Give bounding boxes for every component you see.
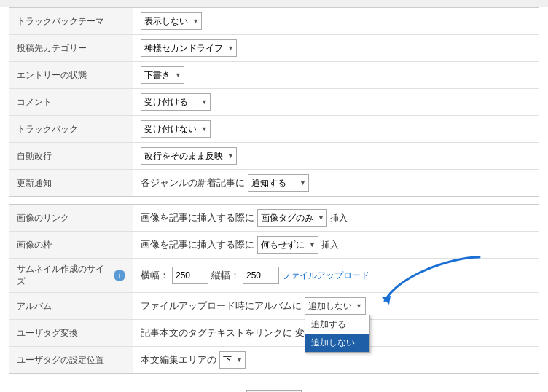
row-user-tag-convert: ユーザタグ変換 記事本文のタグテキストをリンクに 変換する xyxy=(9,320,539,347)
album-option-add[interactable]: 追加する xyxy=(305,315,369,334)
label-update-notify: 更新通知 xyxy=(9,170,133,196)
content-trackback-theme: 表示しない 表示する xyxy=(133,8,539,34)
select-wrapper-position: 下 上 xyxy=(219,351,246,369)
select-comment[interactable]: 受け付ける 受け付けない xyxy=(141,93,211,111)
select-wrapper-category: 神様セカンドライフ xyxy=(141,39,237,57)
row-trackback: トラックバック 受け付けない 受け付ける xyxy=(9,116,539,143)
info-icon[interactable]: i xyxy=(114,270,125,281)
album-dropdown-menu: 追加する 追加しない xyxy=(305,315,370,353)
row-update-notify: 更新通知 各ジャンルの新着記事に 通知する 通知しない xyxy=(9,170,539,196)
label-category: 投稿先カテゴリー xyxy=(9,35,133,61)
select-wrapper-entry-status: 下書き 公開 xyxy=(141,66,184,84)
select-notify[interactable]: 通知する 通知しない xyxy=(248,174,309,192)
select-auto-linebreak[interactable]: 改行をそのまま反映 改行しない xyxy=(141,147,237,165)
content-category: 神様セカンドライフ xyxy=(133,35,539,61)
label-trackback-theme: トラックバックテーマ xyxy=(9,8,133,34)
select-wrapper-comment: 受け付ける 受け付けない xyxy=(141,93,211,111)
album-dropdown-selected[interactable]: 追加しない xyxy=(305,297,366,315)
content-thumbnail-size: 横幅： 縦幅： ファイルアップロード xyxy=(133,262,539,289)
content-image-link: 画像を記事に挿入する際に 画像タグのみ リンクあり 挿入 xyxy=(133,205,539,231)
album-dropdown-container: 追加しない 追加する 追加しない xyxy=(305,297,366,315)
row-comment: コメント 受け付ける 受け付けない xyxy=(9,89,539,116)
position-prefix: 本文編集エリアの xyxy=(141,353,216,366)
width-label: 横幅： xyxy=(141,269,169,282)
image-frame-prefix: 画像を記事に挿入する際に xyxy=(141,238,254,251)
notify-prefix-text: 各ジャンルの新着記事に xyxy=(141,176,245,189)
album-option-no-add[interactable]: 追加しない xyxy=(305,334,369,352)
content-album: ファイルアップロード時にアルバムに 追加しない 追加する 追加しない xyxy=(133,293,539,319)
svg-marker-0 xyxy=(382,296,391,305)
content-auto-linebreak: 改行をそのまま反映 改行しない xyxy=(133,143,539,169)
select-wrapper-notify: 通知する 通知しない xyxy=(248,174,309,192)
row-auto-linebreak: 自動改行 改行をそのまま反映 改行しない xyxy=(9,143,539,170)
label-image-link: 画像のリンク xyxy=(9,205,133,231)
content-update-notify: 各ジャンルの新着記事に 通知する 通知しない xyxy=(133,170,539,196)
select-wrapper-image-frame: 何もせずに 枠あり xyxy=(257,236,318,254)
label-thumbnail-size: サムネイル作成のサイズ i xyxy=(9,259,133,292)
label-user-tag-position: ユーザタグの設定位置 xyxy=(9,347,133,373)
height-input[interactable] xyxy=(243,267,279,284)
content-trackback: 受け付けない 受け付ける xyxy=(133,116,539,142)
row-image-link: 画像のリンク 画像を記事に挿入する際に 画像タグのみ リンクあり 挿入 xyxy=(9,205,539,232)
row-image-frame: 画像の枠 画像を記事に挿入する際に 何もせずに 枠あり 挿入 xyxy=(9,232,539,259)
select-wrapper-trackback: 受け付けない 受け付ける xyxy=(141,120,211,138)
select-position[interactable]: 下 上 xyxy=(219,351,246,369)
album-prefix: ファイルアップロード時にアルバムに xyxy=(141,299,302,313)
image-link-prefix: 画像を記事に挿入する際に xyxy=(141,211,254,224)
label-auto-linebreak: 自動改行 xyxy=(9,143,133,169)
select-wrapper-trackback-theme: 表示しない 表示する xyxy=(141,12,202,30)
image-frame-suffix: 挿入 xyxy=(321,239,339,251)
file-upload-link[interactable]: ファイルアップロード xyxy=(282,270,369,282)
select-wrapper-image-link: 画像タグのみ リンクあり xyxy=(257,209,327,227)
content-entry-status: 下書き 公開 xyxy=(133,62,539,88)
label-image-frame: 画像の枠 xyxy=(9,232,133,258)
label-comment: コメント xyxy=(9,89,133,115)
select-image-frame[interactable]: 何もせずに 枠あり xyxy=(257,236,318,254)
label-entry-status: エントリーの状態 xyxy=(9,62,133,88)
select-image-link[interactable]: 画像タグのみ リンクあり xyxy=(257,209,327,227)
row-user-tag-position: ユーザタグの設定位置 本文編集エリアの 下 上 xyxy=(9,347,539,373)
update-section: 更新 xyxy=(0,381,548,392)
label-user-tag-convert: ユーザタグ変換 xyxy=(9,320,133,346)
row-entry-status: エントリーの状態 下書き 公開 xyxy=(9,62,539,89)
label-album: アルバム xyxy=(9,293,133,319)
label-trackback: トラックバック xyxy=(9,116,133,142)
select-entry-status[interactable]: 下書き 公開 xyxy=(141,66,184,84)
row-trackback-theme: トラックバックテーマ 表示しない 表示する xyxy=(9,8,539,35)
row-thumbnail-size: サムネイル作成のサイズ i 横幅： 縦幅： ファイルアップロード xyxy=(9,259,539,293)
select-wrapper-auto-linebreak: 改行をそのまま反映 改行しない xyxy=(141,147,237,165)
height-label: 縦幅： xyxy=(211,269,240,282)
content-image-frame: 画像を記事に挿入する際に 何もせずに 枠あり 挿入 xyxy=(133,232,539,258)
image-link-suffix: 挿入 xyxy=(330,212,348,224)
select-trackback[interactable]: 受け付けない 受け付ける xyxy=(141,120,211,138)
row-category: 投稿先カテゴリー 神様セカンドライフ xyxy=(9,35,539,62)
select-trackback-theme[interactable]: 表示しない 表示する xyxy=(141,12,202,30)
width-input[interactable] xyxy=(172,267,208,284)
row-album: アルバム ファイルアップロード時にアルバムに 追加しない 追加する 追加しない xyxy=(9,293,539,320)
select-category[interactable]: 神様セカンドライフ xyxy=(141,39,237,57)
content-comment: 受け付ける 受け付けない xyxy=(133,89,539,115)
